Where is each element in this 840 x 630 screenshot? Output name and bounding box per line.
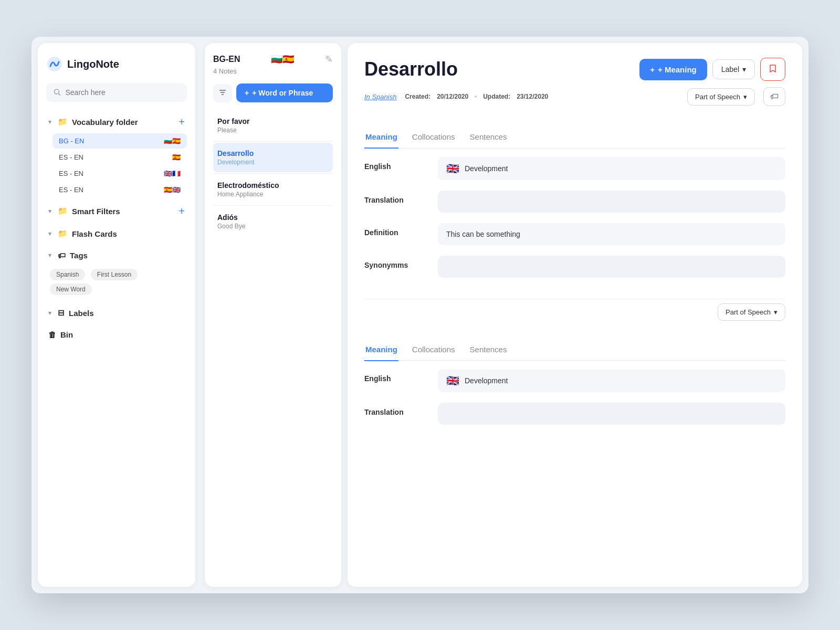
- note-main-text: Adiós: [217, 213, 329, 222]
- smart-filters-label: Smart Filters: [72, 207, 120, 216]
- synonyms-label: Synonymms: [364, 256, 427, 269]
- vocabulary-label: Vocabulary folder: [72, 118, 138, 127]
- tab-sentences-1[interactable]: Sentences: [469, 127, 508, 149]
- meaning-content-1: English 🇬🇧 Development Translation Defin…: [364, 149, 785, 278]
- updated-label: Updated:: [483, 93, 510, 100]
- bin-section: 🗑 Bin: [46, 326, 187, 343]
- chevron-icon: ▾: [48, 252, 51, 259]
- svg-line-2: [59, 93, 60, 95]
- vocab-flags: 🇪🇸: [172, 153, 181, 161]
- vocab-item-label: ES - EN: [59, 153, 83, 161]
- labels-header[interactable]: ▾ ⊟ Labels: [46, 304, 187, 322]
- edit-notes-button[interactable]: ✎: [325, 54, 333, 65]
- flash-cards-label: Flash Cards: [72, 229, 117, 238]
- search-input[interactable]: [66, 88, 180, 97]
- chevron-icon: ▾: [48, 119, 51, 125]
- definition-value: This can be something: [438, 223, 785, 245]
- tag-new-word[interactable]: New Word: [50, 284, 92, 295]
- word-title: Desarrollo: [364, 58, 458, 80]
- filter-icon: [218, 88, 227, 97]
- tab-meaning-2[interactable]: Meaning: [364, 340, 398, 361]
- note-item-desarrollo[interactable]: Desarrollo Development: [213, 143, 333, 172]
- chevron-icon: ▾: [48, 208, 51, 215]
- smart-filters-header[interactable]: ▾ 📁 Smart Filters +: [46, 202, 187, 220]
- notes-panel: BG-EN 🇧🇬🇪🇸 ✎ 4 Notes + + Word or Phrase …: [205, 43, 341, 587]
- note-divider: [213, 173, 333, 174]
- plus-icon: +: [245, 89, 249, 97]
- filter-button[interactable]: [213, 84, 232, 102]
- note-sub-text: Home Appliance: [217, 191, 329, 198]
- created-date: 20/12/2020: [437, 93, 468, 100]
- logo: LingoNote: [46, 56, 187, 72]
- tabs-2: Meaning Collocations Sentences: [364, 340, 785, 361]
- search-box[interactable]: [46, 83, 187, 102]
- logo-icon: [46, 56, 63, 72]
- vocab-item-es-en-2[interactable]: ES - EN 🇬🇧🇫🇷: [52, 166, 187, 181]
- english-row-2: English 🇬🇧 Development: [364, 369, 785, 392]
- pos-dropdown-top[interactable]: Part of Speech ▾: [687, 88, 755, 106]
- folder-icon: 📁: [58, 229, 68, 238]
- layers-icon: ⊟: [58, 308, 65, 318]
- meaning-content-2: English 🇬🇧 Development Translation: [364, 361, 785, 425]
- tab-collocations-1[interactable]: Collocations: [411, 127, 456, 149]
- flash-cards-header[interactable]: ▾ 📁 Flash Cards: [46, 225, 187, 243]
- uk-flag-icon-2: 🇬🇧: [446, 374, 459, 387]
- vocab-item-label: ES - EN: [59, 170, 83, 177]
- bookmark-button[interactable]: [760, 58, 785, 81]
- main-content: Desarrollo + + Meaning Label ▾ In Spanis: [348, 43, 802, 587]
- definition-row: Definition This can be something: [364, 223, 785, 245]
- english-text-2: Development: [465, 376, 508, 385]
- vocab-item-es-en-3[interactable]: ES - EN 🇪🇸🇬🇧: [52, 182, 187, 197]
- vocab-item-es-en-1[interactable]: ES - EN 🇪🇸: [52, 150, 187, 165]
- bin-header[interactable]: 🗑 Bin: [46, 326, 187, 343]
- notes-title: BG-EN: [213, 55, 240, 64]
- add-meaning-label: + Meaning: [658, 65, 697, 74]
- bin-icon: 🗑: [48, 330, 56, 339]
- search-icon: [54, 88, 61, 97]
- chevron-icon: ▾: [48, 230, 51, 237]
- note-item-por-favor[interactable]: Por favor Please: [213, 111, 333, 140]
- bin-label: Bin: [60, 330, 73, 339]
- chevron-down-icon: ▾: [774, 308, 778, 316]
- pos-dropdown-mid[interactable]: Part of Speech ▾: [718, 303, 785, 321]
- note-main-text: Por favor: [217, 117, 329, 125]
- word-header-actions: + + Meaning Label ▾: [639, 58, 785, 81]
- english-value-2: 🇬🇧 Development: [438, 369, 785, 392]
- translation-value-2: [438, 403, 785, 425]
- translation-label-2: Translation: [364, 403, 427, 416]
- labels-label: Labels: [69, 309, 94, 318]
- note-sub-text: Good Bye: [217, 223, 329, 230]
- meaning-block-2: Meaning Collocations Sentences English 🇬…: [364, 329, 785, 446]
- vocab-item-bg-en[interactable]: BG - EN 🇧🇬🇪🇸: [52, 133, 187, 149]
- note-main-text: Electrodoméstico: [217, 181, 329, 190]
- note-item-adios[interactable]: Adiós Good Bye: [213, 207, 333, 236]
- folder-icon: 📁: [58, 117, 68, 127]
- note-item-electrodomestico[interactable]: Electrodoméstico Home Appliance: [213, 175, 333, 204]
- tab-collocations-2[interactable]: Collocations: [411, 340, 456, 361]
- vocabulary-header[interactable]: ▾ 📁 Vocabulary folder +: [46, 112, 187, 131]
- tag-first-lesson[interactable]: First Lesson: [91, 269, 138, 280]
- add-word-label: + Word or Phrase: [252, 89, 313, 97]
- tags-list: Spanish First Lesson New Word: [46, 264, 187, 300]
- add-vocabulary-button[interactable]: +: [178, 117, 185, 127]
- tag-button[interactable]: 🏷: [763, 87, 785, 106]
- notes-list: Por favor Please Desarrollo Development …: [213, 111, 333, 236]
- english-value: 🇬🇧 Development: [438, 157, 785, 180]
- add-meaning-button[interactable]: + + Meaning: [639, 59, 707, 80]
- tags-header[interactable]: ▾ 🏷 Tags: [46, 247, 187, 264]
- bookmark-icon: [768, 64, 778, 73]
- note-sub-text: Please: [217, 127, 329, 134]
- add-word-button[interactable]: + + Word or Phrase: [236, 83, 333, 102]
- tab-sentences-2[interactable]: Sentences: [469, 340, 508, 361]
- tags-section: ▾ 🏷 Tags Spanish First Lesson New Word: [46, 247, 187, 300]
- meaning-block-1: Meaning Collocations Sentences English 🇬…: [364, 117, 785, 299]
- tag-spanish[interactable]: Spanish: [50, 269, 85, 280]
- dot-separator: [475, 96, 477, 98]
- label-dropdown[interactable]: Label ▾: [712, 59, 755, 79]
- labels-section: ▾ ⊟ Labels: [46, 304, 187, 322]
- add-smart-filter-button[interactable]: +: [178, 206, 185, 216]
- tab-meaning-1[interactable]: Meaning: [364, 127, 398, 149]
- note-main-text: Desarrollo: [217, 149, 329, 158]
- flash-cards-section: ▾ 📁 Flash Cards: [46, 225, 187, 243]
- chevron-down-icon: ▾: [743, 93, 747, 101]
